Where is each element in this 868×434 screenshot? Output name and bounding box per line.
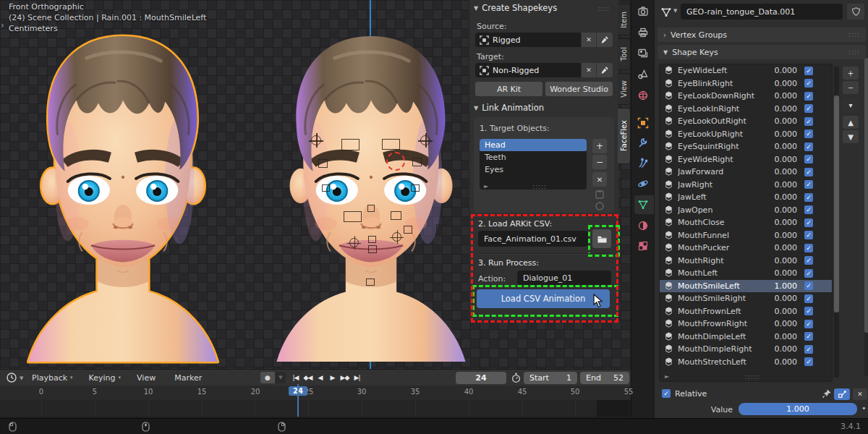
sidebar-tab[interactable]: Tool [618,38,631,70]
mute-checkbox[interactable]: ✓ [804,92,813,101]
face-tracker-marker[interactable] [298,226,307,235]
scene-tab-icon[interactable] [637,69,649,80]
shape-key-row[interactable]: EyeLookUpRight 0.000 ✓ [660,128,832,141]
mute-checkbox[interactable]: ✓ [804,129,813,138]
shape-key-row[interactable]: EyeLookOutRight 0.000 ✓ [660,115,832,128]
face-tracker-marker[interactable] [322,184,330,192]
menu-item[interactable]: Keying▾ [89,373,121,383]
wonder-studio-button[interactable]: Wonder Studio [545,82,613,96]
face-tracker-marker[interactable] [420,135,430,145]
face-tracker-marker[interactable] [382,139,400,150]
mute-checkbox[interactable]: ✓ [804,117,813,126]
character-head-rigged[interactable] [254,26,488,367]
region-chevron-icon[interactable]: › [1,20,4,30]
shape-key-row[interactable]: MouthRight 0.000 ✓ [660,255,832,268]
list-scrollbar[interactable] [834,67,839,378]
shape-key-row[interactable]: JawOpen 0.000 ✓ [660,204,832,217]
transport-button[interactable]: |◀ [289,372,302,383]
move-down-button[interactable]: ▼ [843,130,859,143]
circle-icon[interactable] [594,201,605,211]
frame-end-field[interactable]: End52 [580,372,629,384]
mute-checkbox[interactable]: ✓ [804,244,813,252]
mesh-data-icon[interactable] [660,7,672,18]
shape-key-row[interactable]: JawForward 0.000 ✓ [660,166,832,179]
shape-key-row[interactable]: MouthFrownLeft 0.000 ✓ [660,305,832,318]
character-head-selected[interactable] [6,26,240,367]
menu-item[interactable]: Marker [174,373,205,383]
eyedropper-icon[interactable] [597,33,613,47]
menu-item[interactable]: View [137,373,158,383]
texture-tab-icon[interactable] [637,240,649,252]
face-tracker-marker[interactable] [367,205,375,212]
panel-grip-icon[interactable]: :::: [598,5,610,12]
expand-icon[interactable]: ► [665,373,669,380]
resize-grip-icon[interactable]: ::::: [532,183,547,190]
mute-checkbox[interactable]: ✓ [804,155,813,163]
face-tracker-marker[interactable] [412,158,422,166]
mute-checkbox[interactable]: ✓ [804,67,813,75]
vertex-groups-panel[interactable]: › Vertex Groups :::: [658,27,866,42]
clear-target-button[interactable]: ✕ [582,63,596,77]
transport-button[interactable]: ▶| [351,372,363,383]
mute-checkbox[interactable]: ✓ [804,320,813,328]
menu-item[interactable]: Playback▾ [32,373,73,383]
shape-key-row[interactable]: MouthLeft 0.000 ✓ [660,267,832,280]
csv-filename-field[interactable]: Face_Animation_01.csv [478,231,588,247]
scrollbar-thumb[interactable] [864,58,868,333]
remove-target-button[interactable]: − [592,155,607,169]
target-field[interactable]: Non-Rigged ✕ [475,63,613,77]
transport-button[interactable]: ◀ [314,372,326,383]
transport-button[interactable]: ▶◆ [339,372,351,383]
particles-tab-icon[interactable] [637,158,649,169]
sidebar-tab[interactable]: View [618,73,631,105]
mute-checkbox[interactable]: ✓ [804,231,813,239]
face-tracker-marker[interactable] [436,224,446,234]
chevron-down-icon[interactable]: ▼ [673,8,677,14]
current-frame-field[interactable]: 24 [456,372,506,384]
target-object-row[interactable]: Head [480,139,587,151]
auto-keying-button[interactable]: ● [260,372,275,383]
mute-checkbox[interactable]: ✓ [804,142,813,151]
timeline-ruler[interactable]: 0510152025303540455055 [0,386,631,400]
chevron-down-icon[interactable]: ▼ [20,375,23,381]
shape-key-row[interactable]: EyeLookDownRight 0.000 ✓ [660,90,832,103]
resize-grip-icon[interactable]: ::::: [745,373,760,380]
shape-key-row[interactable]: MouthDimpleLeft 0.000 ✓ [660,331,832,344]
physics-tab-icon[interactable] [637,178,649,190]
mute-checkbox[interactable]: ✓ [804,168,813,176]
face-tracker-marker[interactable] [411,184,420,192]
mute-checkbox[interactable]: ✓ [804,205,813,214]
add-target-button[interactable]: + [592,139,607,153]
face-tracker-marker[interactable] [368,236,376,243]
shape-key-row[interactable]: JawLeft 0.000 ✓ [660,191,832,204]
fake-user-button[interactable] [847,4,864,20]
timeline-editor-icon[interactable] [6,372,17,383]
relative-checkbox[interactable]: ✓ [662,389,671,398]
face-tracker-marker[interactable] [318,159,328,168]
face-tracker-marker[interactable] [349,238,359,247]
target-object-row[interactable]: Eyes [480,163,587,176]
render-tab-icon[interactable] [637,6,649,17]
mute-checkbox[interactable]: ✓ [804,256,813,265]
ar-kit-button[interactable]: AR Kit [475,82,542,96]
face-tracker-marker[interactable] [445,143,456,153]
value-slider[interactable]: 1.000 [739,403,857,415]
mute-checkbox[interactable]: ✓ [804,104,813,113]
material-tab-icon[interactable] [637,220,649,231]
shape-key-row[interactable]: EyeSquintRight 0.000 ✓ [660,140,832,153]
stopwatch-icon[interactable] [511,373,522,383]
shape-key-row[interactable]: MouthPucker 0.000 ✓ [660,242,832,255]
shape-key-row[interactable]: MouthFunnel 0.000 ✓ [660,229,832,242]
eyedropper-icon[interactable] [597,63,613,77]
mute-checkbox[interactable]: ✓ [804,180,813,189]
mute-checkbox[interactable]: ✓ [804,79,813,88]
edit-mode-display-button[interactable] [834,388,850,400]
mute-checkbox[interactable]: ✓ [804,307,813,315]
face-tracker-marker[interactable] [392,232,401,242]
expand-icon[interactable]: ► [484,183,488,190]
shape-key-row[interactable]: MouthSmileLeft 1.000 ✓ [660,280,832,293]
clear-source-button[interactable]: ✕ [582,33,596,47]
keying-options-button[interactable]: ▼ [276,372,286,383]
properties-scrollbar[interactable] [864,58,868,376]
face-tracker-marker[interactable] [366,278,375,286]
